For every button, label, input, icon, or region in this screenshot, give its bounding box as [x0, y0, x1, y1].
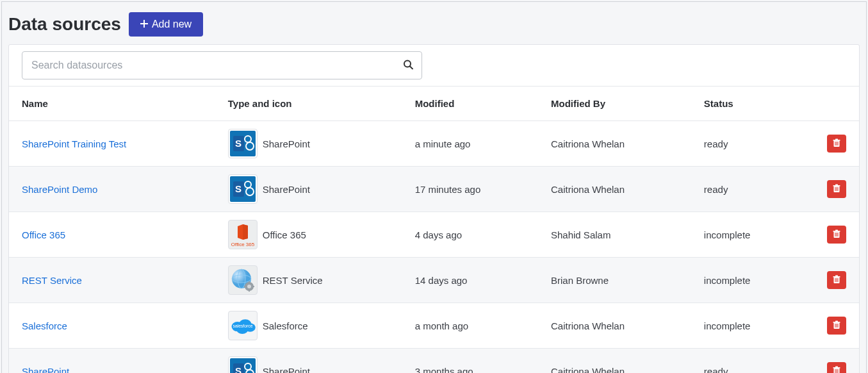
- svg-rect-54: [833, 322, 840, 323]
- svg-rect-24: [837, 187, 837, 191]
- sharepoint-icon: S: [228, 174, 258, 204]
- svg-rect-46: [837, 278, 837, 282]
- trash-icon: [832, 229, 841, 240]
- delete-button[interactable]: [827, 180, 846, 198]
- svg-rect-41: [251, 286, 254, 287]
- modified-value: a month ago: [409, 303, 545, 349]
- page-title: Data sources: [8, 14, 121, 35]
- svg-rect-55: [835, 320, 838, 322]
- datasources-panel: Name Type and icon Modified Modified By …: [8, 44, 860, 373]
- status-value: incomplete: [698, 303, 799, 349]
- table-row: SharePoint DemoSSharePoint17 minutes ago…: [9, 167, 859, 212]
- svg-line-3: [410, 67, 413, 69]
- svg-rect-31: [837, 233, 837, 236]
- modified-value: a minute ago: [409, 121, 545, 167]
- modified-by-value: Shahid Salam: [545, 212, 698, 258]
- svg-rect-67: [835, 369, 836, 373]
- modified-value: 17 minutes ago: [409, 167, 545, 212]
- datasource-name-link[interactable]: Office 365: [22, 229, 65, 240]
- svg-rect-13: [837, 142, 837, 145]
- sharepoint-icon: S: [228, 356, 258, 373]
- modified-by-value: Caitriona Whelan: [545, 167, 698, 212]
- svg-rect-39: [249, 288, 250, 292]
- datasource-name-link[interactable]: SharePoint Training Test: [22, 138, 126, 149]
- modified-value: 3 months ago: [409, 349, 545, 374]
- modified-by-value: Brian Browne: [545, 258, 698, 303]
- datasource-name-link[interactable]: Salesforce: [22, 320, 67, 331]
- type-label: Office 365: [263, 229, 306, 240]
- type-label: SharePoint: [263, 138, 310, 149]
- col-header-actions: [799, 87, 859, 121]
- add-new-button[interactable]: Add new: [129, 12, 203, 37]
- col-header-status[interactable]: Status: [698, 87, 799, 121]
- delete-button[interactable]: [827, 271, 846, 289]
- svg-text:S: S: [235, 138, 242, 149]
- svg-rect-12: [835, 142, 836, 145]
- modified-value: 14 days ago: [409, 258, 545, 303]
- modified-by-value: Caitriona Whelan: [545, 121, 698, 167]
- delete-button[interactable]: [827, 362, 846, 373]
- delete-button[interactable]: [827, 226, 846, 244]
- status-value: incomplete: [698, 212, 799, 258]
- trash-icon: [832, 184, 841, 195]
- col-header-modified[interactable]: Modified: [409, 87, 545, 121]
- type-label: SharePoint: [263, 366, 310, 374]
- add-new-label: Add new: [152, 19, 192, 30]
- col-header-modified-by[interactable]: Modified By: [545, 87, 698, 121]
- datasources-table: Name Type and icon Modified Modified By …: [9, 86, 859, 373]
- type-label: Salesforce: [263, 320, 308, 331]
- table-row: SharePointSSharePoint3 months agoCaitrio…: [9, 349, 859, 374]
- search-input[interactable]: [22, 51, 422, 79]
- search-button[interactable]: [400, 57, 416, 74]
- sharepoint-icon: S: [228, 129, 258, 158]
- svg-rect-22: [835, 184, 838, 185]
- svg-rect-45: [835, 278, 836, 282]
- svg-text:S: S: [235, 183, 242, 194]
- svg-text:salesforce: salesforce: [233, 324, 252, 328]
- svg-rect-44: [835, 275, 838, 276]
- trash-icon: [832, 366, 841, 374]
- svg-rect-10: [833, 140, 840, 141]
- svg-rect-69: [838, 369, 839, 373]
- svg-text:Office 365: Office 365: [231, 242, 255, 247]
- svg-rect-40: [244, 286, 247, 287]
- table-row: SharePoint Training TestSSharePointa min…: [9, 121, 859, 167]
- search-icon: [403, 60, 413, 70]
- modified-value: 4 days ago: [409, 212, 545, 258]
- svg-rect-23: [835, 187, 836, 191]
- svg-rect-47: [838, 278, 839, 282]
- trash-icon: [832, 320, 841, 331]
- status-value: ready: [698, 349, 799, 374]
- svg-point-37: [247, 285, 251, 288]
- datasource-name-link[interactable]: REST Service: [22, 275, 82, 286]
- svg-rect-25: [838, 187, 839, 191]
- office365-icon: Office 365: [228, 220, 258, 249]
- col-header-type[interactable]: Type and icon: [222, 87, 409, 121]
- datasource-name-link[interactable]: SharePoint: [22, 366, 69, 374]
- page-header: Data sources Add new: [2, 2, 866, 44]
- svg-rect-38: [249, 281, 250, 285]
- modified-by-value: Caitriona Whelan: [545, 349, 698, 374]
- delete-button[interactable]: [827, 135, 846, 153]
- trash-icon: [832, 138, 841, 149]
- status-value: incomplete: [698, 258, 799, 303]
- svg-rect-1: [140, 23, 148, 24]
- svg-rect-30: [835, 233, 836, 236]
- svg-text:S: S: [235, 365, 242, 373]
- table-row: REST ServiceREST Service14 days agoBrian…: [9, 258, 859, 303]
- delete-button[interactable]: [827, 317, 846, 335]
- datasource-name-link[interactable]: SharePoint Demo: [22, 184, 97, 195]
- svg-rect-57: [837, 324, 837, 327]
- table-row: Office 365Office 365Office 3654 days ago…: [9, 212, 859, 258]
- svg-rect-58: [838, 324, 839, 327]
- svg-rect-65: [833, 367, 840, 369]
- svg-rect-32: [838, 233, 839, 236]
- svg-rect-66: [835, 366, 838, 367]
- status-value: ready: [698, 167, 799, 212]
- plus-icon: [140, 19, 148, 29]
- salesforce-icon: salesforce: [228, 311, 258, 340]
- col-header-name[interactable]: Name: [9, 87, 222, 121]
- status-value: ready: [698, 121, 799, 167]
- svg-rect-28: [833, 231, 840, 232]
- type-label: SharePoint: [263, 184, 310, 195]
